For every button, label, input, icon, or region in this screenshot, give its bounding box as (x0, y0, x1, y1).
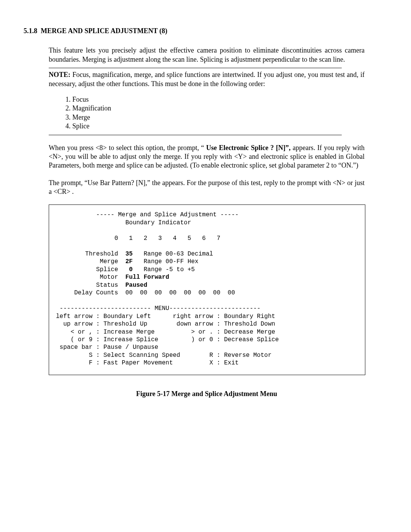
prompt-bold-text: Use Electronic Splice ? [N]”, (206, 144, 291, 152)
merge-label: Merge (56, 258, 125, 265)
list-item: 2. Magnification (65, 104, 365, 113)
splice-value: 0 (129, 266, 133, 273)
note-label: NOTE: (49, 71, 70, 78)
delay-counts-line: Delay Counts 00 00 00 00 00 00 00 00 (56, 289, 235, 296)
menu-line: ( or 9 : Increase Splice ) or 0 : Decrea… (56, 336, 279, 343)
threshold-value: 35 (125, 251, 132, 257)
menu-line: left arrow : Boundary Left right arrow :… (56, 313, 275, 320)
merge-value: 2F (125, 258, 132, 265)
intro-paragraph: This feature lets you precisely adjust t… (49, 46, 365, 64)
terminal-indices: 0 1 2 3 4 5 6 7 (56, 235, 220, 242)
threshold-range: Range 00-63 Decimal (133, 251, 213, 257)
note-paragraph: NOTE: Focus, magnification, merge, and s… (49, 70, 365, 88)
figure-caption: Figure 5-17 Merge and Splice Adjustment … (49, 390, 365, 398)
section-title: MERGE AND SPLICE ADJUSTMENT (8) (41, 27, 167, 35)
menu-line: F : Fast Paper Movement X : Exit (56, 359, 239, 366)
terminal-title: ----- Merge and Splice Adjustment ----- (56, 211, 239, 218)
prompt-para-1a: When you press <8> to select this option… (49, 144, 206, 152)
section-number: 5.1.8 (24, 27, 37, 35)
menu-line: space bar : Pause / Unpause (56, 344, 158, 351)
merge-range: Range 00-FF Hex (133, 258, 199, 265)
threshold-label: Threshold (56, 251, 125, 257)
list-item: 4. Splice (65, 122, 365, 131)
prompt-paragraph-2: The prompt, “Use Bar Pattern? [N],” the … (49, 179, 365, 197)
motor-label: Motor (56, 274, 125, 281)
splice-label: Splice (56, 266, 129, 273)
prompt-paragraph-1: When you press <8> to select this option… (49, 144, 365, 170)
note-text: Focus, magnification, merge, and splice … (49, 71, 365, 87)
note-rule-bottom (49, 135, 342, 135)
terminal-screen: ----- Merge and Splice Adjustment ----- … (49, 204, 365, 375)
menu-line: < or , : Increase Merge > or . : Decreas… (56, 329, 275, 335)
adjustment-order-list: 1. Focus 2. Magnification 3. Merge 4. Sp… (65, 95, 365, 131)
list-item: 3. Merge (65, 113, 365, 122)
status-label: Status (56, 282, 125, 289)
menu-rule: ------------------------- MENU----------… (56, 305, 261, 312)
terminal-subtitle: Boundary Indicator (56, 219, 191, 226)
menu-line: up arrow : Threshold Up down arrow : Thr… (56, 321, 275, 328)
section-heading: 5.1.8 MERGE AND SPLICE ADJUSTMENT (8) (24, 27, 384, 35)
menu-line: S : Select Scanning Speed R : Reverse Mo… (56, 352, 272, 359)
status-value: Paused (125, 282, 147, 289)
motor-value: Full Forward (125, 274, 169, 281)
list-item: 1. Focus (65, 95, 365, 104)
note-rule-top (49, 68, 342, 68)
splice-range: Range -5 to +5 (133, 266, 195, 273)
